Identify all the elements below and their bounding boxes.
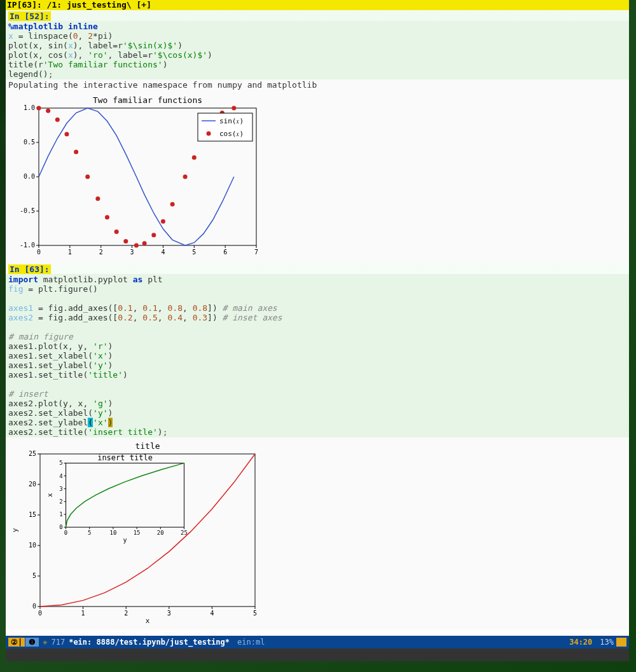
code-line[interactable]: axes1.set_xlabel('x') xyxy=(8,351,626,360)
svg-text:0.5: 0.5 xyxy=(24,139,35,146)
svg-text:3: 3 xyxy=(59,486,62,492)
svg-text:0.0: 0.0 xyxy=(24,173,35,180)
svg-text:0: 0 xyxy=(38,610,42,617)
svg-point-33 xyxy=(85,175,90,179)
svg-text:4: 4 xyxy=(210,610,214,617)
buffer-name: *ein: 8888/test.ipynb/just_testing* xyxy=(69,638,230,647)
cell-input-63[interactable]: import matplotlib.pyplot as plt fig = pl… xyxy=(6,274,629,437)
workspace-badge: ②| xyxy=(8,638,25,647)
code-line[interactable]: axes2 = fig.add_axes([0.2, 0.5, 0.4, 0.3… xyxy=(8,313,626,322)
code-line[interactable] xyxy=(8,380,626,389)
svg-text:insert title: insert title xyxy=(97,453,153,462)
svg-text:0: 0 xyxy=(59,524,62,530)
svg-point-39 xyxy=(142,241,147,245)
svg-point-32 xyxy=(74,150,78,154)
chart-output-63: title0123450510152025xyinsert title05101… xyxy=(6,437,629,629)
code-line[interactable]: axes2.set_title('insert title'); xyxy=(8,427,626,437)
code-line[interactable]: axes1.set_ylabel('y') xyxy=(8,360,626,370)
svg-text:4: 4 xyxy=(59,473,62,479)
magic: %matplotlib inline xyxy=(8,22,98,31)
svg-point-43 xyxy=(183,175,188,179)
code-line[interactable]: axes2.set_xlabel('y') xyxy=(8,408,626,418)
notebook-buffer[interactable]: In [52]: %matplotlib inline x = linspace… xyxy=(6,10,629,636)
svg-text:1: 1 xyxy=(59,511,62,518)
code-line[interactable]: # insert xyxy=(8,389,626,399)
svg-text:10: 10 xyxy=(29,542,36,549)
svg-text:1: 1 xyxy=(81,610,85,617)
code-line[interactable]: plot(x, cos(x), 'ro', label=r'$\cos(x)$'… xyxy=(8,50,626,60)
modeline: ②| ❶ ✳ 717 *ein: 8888/test.ipynb/just_te… xyxy=(6,636,629,648)
svg-point-44 xyxy=(192,155,197,160)
cell-label-52: In [52]: xyxy=(8,11,51,21)
svg-text:0: 0 xyxy=(37,249,41,256)
svg-text:15: 15 xyxy=(29,511,36,518)
svg-text:0: 0 xyxy=(32,603,36,610)
svg-text:25: 25 xyxy=(29,450,36,457)
svg-text:0: 0 xyxy=(64,530,67,536)
code-line[interactable]: axes1 = fig.add_axes([0.1, 0.1, 0.8, 0.8… xyxy=(8,303,626,313)
code-line[interactable]: axes1.set_title('title') xyxy=(8,370,626,380)
cell-output-52: Populating the interactive namespace fro… xyxy=(6,79,629,90)
svg-text:1: 1 xyxy=(68,249,72,256)
svg-text:cos(𝑥): cos(𝑥) xyxy=(219,130,244,138)
code-line[interactable] xyxy=(8,294,626,303)
svg-point-48 xyxy=(232,106,236,111)
svg-point-40 xyxy=(151,233,156,237)
line-total: 717 xyxy=(51,638,65,647)
cell-label-63: In [63]: xyxy=(8,264,51,274)
modified-icon: ✳ xyxy=(43,638,47,647)
code-line[interactable]: axes2.plot(y, x, 'g') xyxy=(8,399,626,408)
code-line[interactable] xyxy=(8,322,626,332)
code-line[interactable]: title(r'Two familiar functions') xyxy=(8,60,626,69)
svg-point-41 xyxy=(161,219,165,224)
svg-text:x: x xyxy=(46,493,53,497)
svg-text:3: 3 xyxy=(130,249,134,256)
svg-point-38 xyxy=(134,243,139,248)
svg-point-30 xyxy=(55,118,60,122)
svg-text:3: 3 xyxy=(167,610,171,617)
svg-point-29 xyxy=(46,109,50,113)
code-line[interactable]: axes1.plot(x, y, 'r') xyxy=(8,341,626,351)
code-line[interactable]: plot(x, sin(x), label=r'$\sin(x)$') xyxy=(8,41,626,50)
svg-text:5: 5 xyxy=(32,572,36,579)
svg-point-36 xyxy=(114,230,119,234)
svg-point-52 xyxy=(207,132,211,136)
code-line[interactable]: legend(); xyxy=(8,69,626,79)
svg-rect-82 xyxy=(66,463,184,527)
cursor-position: 34:20 xyxy=(569,638,592,647)
svg-text:x: x xyxy=(146,617,150,625)
svg-text:4: 4 xyxy=(161,249,165,256)
minibuffer[interactable] xyxy=(6,648,629,661)
svg-text:7: 7 xyxy=(254,249,258,256)
svg-text:y: y xyxy=(123,537,127,544)
code-line[interactable]: x = linspace(0, 2*pi) xyxy=(8,31,626,41)
svg-point-35 xyxy=(105,215,109,219)
svg-point-31 xyxy=(64,132,69,137)
emacs-window: IP[63]: /1: just_testing\ [+] In [52]: %… xyxy=(6,0,629,661)
svg-point-28 xyxy=(37,106,41,111)
code-line[interactable]: fig = plt.figure() xyxy=(8,284,626,294)
svg-point-34 xyxy=(95,196,100,201)
svg-text:Two familiar functions: Two familiar functions xyxy=(93,95,202,105)
code-line[interactable]: # main figure xyxy=(8,332,626,341)
modeline-end-icon xyxy=(616,638,626,647)
svg-point-42 xyxy=(170,202,175,207)
svg-text:-1.0: -1.0 xyxy=(20,242,35,249)
cursor-close-paren: ) xyxy=(108,418,113,427)
code-line[interactable]: import matplotlib.pyplot as plt xyxy=(8,275,626,284)
svg-text:title: title xyxy=(135,441,160,451)
svg-text:sin(𝑥): sin(𝑥) xyxy=(219,117,244,125)
svg-text:6: 6 xyxy=(223,249,227,256)
svg-text:2: 2 xyxy=(124,610,128,617)
svg-text:15: 15 xyxy=(134,530,141,536)
code-line[interactable]: %matplotlib inline xyxy=(8,22,626,31)
code-line[interactable]: axes2.set_ylabel('x') xyxy=(8,418,626,427)
buffer-percent: 13% xyxy=(600,638,614,647)
svg-text:2: 2 xyxy=(99,249,103,256)
workspace-badge-2: ❶ xyxy=(25,638,39,647)
stdout-line: Populating the interactive namespace fro… xyxy=(8,80,626,90)
svg-point-37 xyxy=(123,239,128,243)
cell-input-52[interactable]: %matplotlib inline x = linspace(0, 2*pi)… xyxy=(6,21,629,79)
cursor-open-paren: ( xyxy=(88,418,93,427)
svg-text:25: 25 xyxy=(181,530,188,536)
